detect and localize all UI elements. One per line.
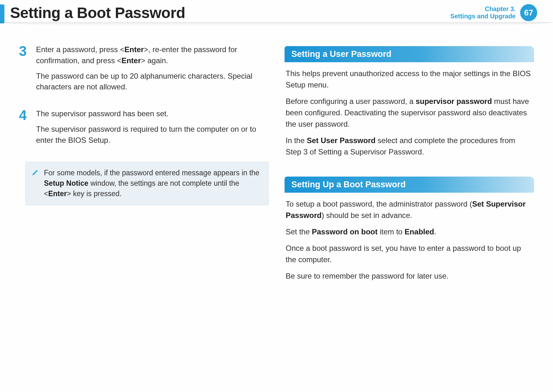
key-enter: Enter — [121, 56, 141, 65]
step-number: 4 — [19, 108, 30, 150]
step-4: 4 The supervisor password has been set. … — [19, 108, 269, 150]
text: In the — [286, 136, 307, 145]
step4-line2: The supervisor password is required to t… — [36, 124, 269, 146]
header-left: Setting a Boot Password — [0, 3, 185, 22]
header-tab-accent — [0, 4, 4, 23]
header-right: Chapter 3. Settings and Upgrade 67 — [450, 4, 537, 21]
bold-setup-notice: Setup Notice — [44, 179, 89, 187]
bold-password-on-boot: Password on boot — [312, 227, 378, 236]
step-number: 3 — [19, 44, 30, 97]
section-heading: Setting Up a Boot Password — [285, 177, 534, 193]
step4-line1: The supervisor password has been set. — [36, 108, 269, 119]
bold-supervisor-password: supervisor password — [415, 97, 492, 106]
section-heading: Setting a User Password — [285, 46, 534, 62]
step3-line1: Enter a password, press <Enter>, re-ente… — [36, 44, 269, 66]
key-enter: Enter — [48, 190, 67, 198]
section-body: This helps prevent unauthorized access t… — [285, 68, 534, 158]
text: For some models, if the password entered… — [44, 169, 259, 177]
chapter-block: Chapter 3. Settings and Upgrade — [450, 5, 516, 20]
text: item to — [378, 227, 404, 236]
section-boot-password: Setting Up a Boot Password To setup a bo… — [285, 177, 534, 282]
page-title: Setting a Boot Password — [10, 4, 185, 21]
bootpw-p2: Set the Password on boot item to Enabled… — [286, 226, 533, 238]
page-header: Setting a Boot Password Chapter 3. Setti… — [0, 0, 553, 25]
bold-enabled: Enabled — [405, 227, 434, 236]
text: Enter a password, press < — [36, 45, 124, 54]
userpw-p1: This helps prevent unauthorized access t… — [286, 68, 533, 91]
text: ) should be set in advance. — [322, 211, 412, 220]
section-body: To setup a boot password, the administra… — [285, 198, 534, 282]
step3-line2: The password can be up to 20 alphanumeri… — [36, 71, 269, 93]
note-text: For some models, if the password entered… — [44, 169, 259, 198]
text: Before configuring a user password, a — [286, 97, 416, 106]
userpw-p3: In the Set User Password select and comp… — [286, 135, 533, 158]
note-card: For some models, if the password entered… — [25, 162, 269, 205]
page-number-badge: 67 — [520, 4, 537, 21]
bootpw-p3: Once a boot password is set, you have to… — [286, 243, 533, 265]
text: To setup a boot password, the administra… — [286, 200, 472, 208]
text: > again. — [141, 56, 168, 65]
step-body: The supervisor password has been set. Th… — [36, 108, 269, 150]
section-user-password: Setting a User Password This helps preve… — [285, 46, 534, 158]
bootpw-p1: To setup a boot password, the administra… — [286, 198, 533, 221]
text: Set the — [286, 227, 312, 236]
step-body: Enter a password, press <Enter>, re-ente… — [36, 44, 269, 97]
note-icon — [31, 168, 39, 179]
text: > key is pressed. — [67, 190, 121, 198]
text: . — [434, 227, 436, 236]
chapter-label: Chapter 3. — [450, 5, 516, 13]
content-area: 3 Enter a password, press <Enter>, re-en… — [0, 25, 553, 301]
bold-set-user-password: Set User Password — [307, 136, 375, 145]
key-enter: Enter — [124, 45, 144, 54]
chapter-sub: Settings and Upgrade — [450, 13, 516, 20]
right-column: Setting a User Password This helps preve… — [285, 44, 534, 301]
left-column: 3 Enter a password, press <Enter>, re-en… — [19, 44, 269, 301]
userpw-p2: Before configuring a user password, a su… — [286, 96, 533, 130]
bootpw-p4: Be sure to remember the password for lat… — [286, 270, 533, 282]
step-3: 3 Enter a password, press <Enter>, re-en… — [19, 44, 269, 97]
